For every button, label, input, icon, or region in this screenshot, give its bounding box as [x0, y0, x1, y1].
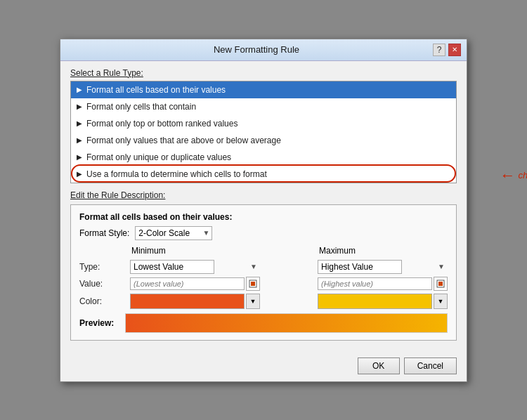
color-row: Color: ▼ ▼	[79, 294, 448, 309]
value-max-input[interactable]	[318, 277, 432, 290]
value-max-cell-btn[interactable]	[434, 277, 448, 291]
format-style-select[interactable]: 2-Color Scale 3-Color Scale Data Bar Ico…	[135, 226, 212, 240]
arrow-icon: ▶	[77, 136, 82, 144]
color-label: Color:	[79, 296, 123, 306]
type-row: Type: Lowest Value Number Percent Percen…	[79, 260, 448, 274]
rule-type-list: ▶ Format all cells based on their values…	[70, 81, 457, 183]
value-min-input-group	[130, 277, 260, 291]
rule-item-formula[interactable]: ▶ Use a formula to determine which cells…	[71, 166, 456, 183]
annotation-label: chọn mục này	[519, 170, 527, 181]
svg-rect-3	[438, 282, 443, 286]
cancel-button[interactable]: Cancel	[404, 357, 457, 374]
new-formatting-rule-dialog: New Formatting Rule ? ✕ Select a Rule Ty…	[60, 39, 467, 382]
value-row: Value:	[79, 277, 448, 291]
rule-item-above-below[interactable]: ▶ Format only values that are above or b…	[71, 132, 456, 149]
format-style-row: Format Style: 2-Color Scale 3-Color Scal…	[79, 226, 448, 240]
rule-type-list-wrapper: ▶ Format all cells based on their values…	[70, 81, 457, 183]
arrow-icon: ▶	[77, 119, 82, 127]
value-max-input-group	[318, 277, 448, 291]
rule-item-top-bottom[interactable]: ▶ Format only top or bottom ranked value…	[71, 115, 456, 132]
chevron-down-icon: ▼	[438, 263, 445, 270]
svg-rect-1	[251, 282, 255, 286]
rule-item-all-cells[interactable]: ▶ Format all cells based on their values	[71, 81, 456, 98]
type-min-select[interactable]: Lowest Value Number Percent Percentile F…	[130, 260, 214, 274]
rule-item-only-contain[interactable]: ▶ Format only cells that contain	[71, 98, 456, 115]
close-button[interactable]: ✕	[448, 44, 461, 56]
dialog-body: Select a Rule Type: ▶ Format all cells b…	[60, 61, 467, 353]
value-min-cell-btn[interactable]	[246, 277, 260, 291]
rule-type-section-label: Select a Rule Type:	[70, 68, 457, 78]
type-max-select-wrapper: Highest Value Number Percent Percentile …	[318, 260, 448, 274]
type-min-select-wrapper: Lowest Value Number Percent Percentile F…	[130, 260, 260, 274]
preview-bar	[125, 313, 448, 333]
color-max-box[interactable]	[318, 294, 432, 309]
arrow-icon: ▶	[77, 170, 82, 178]
type-max-select[interactable]: Highest Value Number Percent Percentile …	[318, 260, 402, 274]
value-label: Value:	[79, 279, 123, 289]
color-min-box[interactable]	[130, 294, 245, 309]
help-button[interactable]: ?	[433, 44, 445, 56]
edit-rule-section-label: Edit the Rule Description:	[70, 190, 457, 200]
arrow-icon: ▶	[77, 153, 82, 161]
color-min-dropdown-btn[interactable]: ▼	[246, 294, 260, 309]
format-style-label: Format Style:	[79, 228, 129, 238]
title-bar: New Formatting Rule ? ✕	[60, 39, 467, 61]
cell-ref-icon	[249, 280, 257, 288]
chevron-down-icon: ▼	[250, 263, 257, 270]
color-max-picker: ▼	[318, 294, 448, 309]
arrow-icon: ▶	[77, 103, 82, 110]
value-min-input[interactable]	[130, 277, 245, 290]
maximum-header: Maximum	[318, 246, 448, 257]
preview-label: Preview:	[79, 318, 118, 328]
annotation: ← chọn mục này	[500, 168, 527, 183]
format-all-label: Format all cells based on their values:	[79, 212, 448, 222]
arrow-icon: ▶	[77, 86, 82, 93]
type-label: Type:	[79, 262, 123, 272]
dialog-footer: OK Cancel	[60, 353, 467, 381]
preview-row: Preview:	[79, 313, 448, 333]
edit-rule-box: Format all cells based on their values: …	[70, 204, 457, 341]
color-min-picker: ▼	[130, 294, 260, 309]
annotation-arrow-icon: ←	[500, 168, 516, 183]
minimum-header: Minimum	[130, 246, 260, 257]
dialog-title: New Formatting Rule	[80, 44, 433, 55]
min-max-headers: Minimum Maximum	[79, 246, 448, 257]
cell-ref-icon	[436, 280, 445, 288]
title-bar-controls: ? ✕	[433, 44, 461, 56]
rule-item-unique-dup[interactable]: ▶ Format only unique or duplicate values	[71, 149, 456, 166]
format-style-select-wrapper: 2-Color Scale 3-Color Scale Data Bar Ico…	[135, 226, 212, 240]
color-max-dropdown-btn[interactable]: ▼	[434, 294, 448, 309]
ok-button[interactable]: OK	[358, 357, 400, 374]
